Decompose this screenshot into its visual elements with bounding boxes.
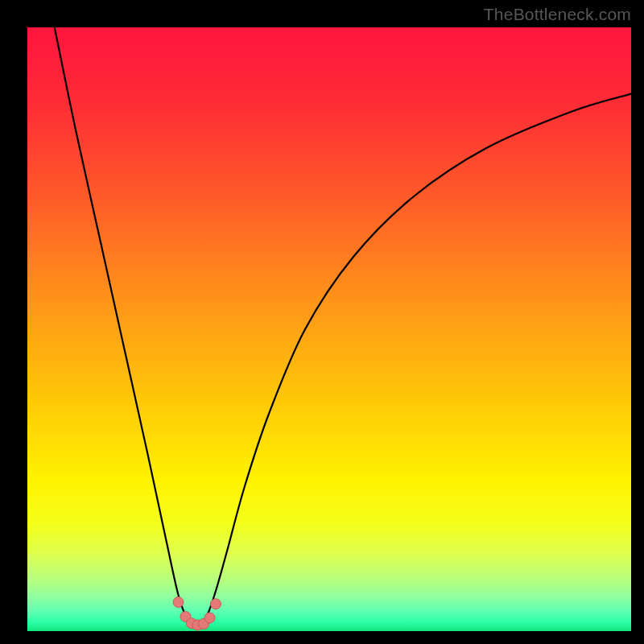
chart-frame: TheBottleneck.com [0,0,644,644]
bottleneck-curve [55,27,631,628]
marker-dot [173,597,184,608]
watermark-text: TheBottleneck.com [484,5,631,24]
marker-dot [211,599,221,609]
marker-dot [204,613,215,623]
highlight-markers [173,597,221,631]
plot-area [27,27,631,631]
chart-svg [27,27,631,631]
